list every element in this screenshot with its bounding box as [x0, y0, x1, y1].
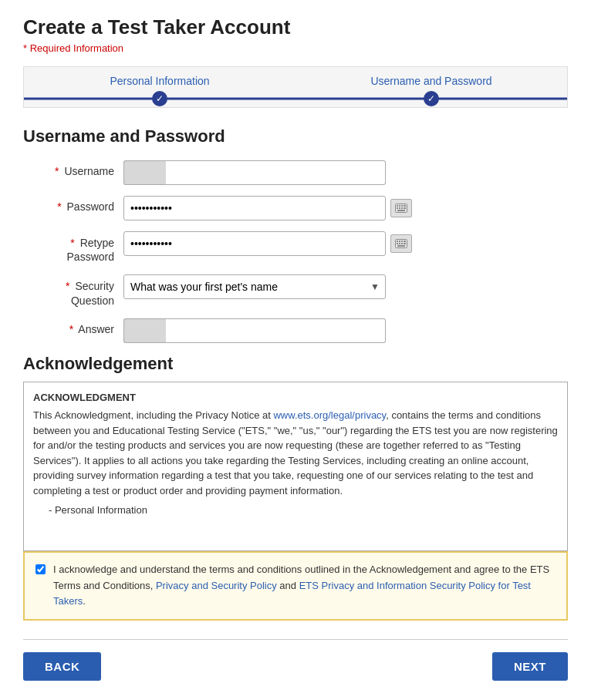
keyboard-icon-password[interactable] [390, 199, 412, 217]
page-title: Create a Test Taker Account [23, 15, 568, 39]
ack-intro-text: This Acknowledgment, including the Priva… [33, 409, 273, 421]
tab-progress-circle-2: ✓ [424, 91, 439, 106]
required-note: * Required Information [23, 42, 568, 54]
username-prefix-blur [123, 160, 166, 185]
svg-rect-11 [397, 241, 398, 242]
username-input[interactable] [166, 160, 386, 185]
tab-username-password[interactable]: Username and Password [296, 67, 567, 90]
username-label: * Username [23, 160, 123, 177]
security-question-select[interactable]: What was your first pet's name What is y… [123, 274, 386, 299]
svg-rect-13 [401, 241, 403, 242]
password-group: * Password [23, 196, 568, 220]
password-label: * Password [23, 196, 123, 213]
tab-progress-segment-1: ✓ [24, 91, 296, 106]
svg-rect-19 [397, 245, 405, 247]
ack-box-title: ACKNOWLEDGMENT [33, 390, 558, 406]
bottom-divider [23, 639, 568, 640]
required-star-security: * [66, 280, 69, 292]
svg-rect-3 [401, 205, 403, 207]
tab-username-password-link[interactable]: Username and Password [370, 75, 491, 87]
keyboard-icon-retype[interactable] [390, 234, 412, 253]
answer-prefix-blur [123, 318, 166, 343]
security-question-label: * Security Question [23, 274, 123, 307]
retype-password-label: * Retype Password [23, 231, 123, 264]
required-star-password: * [57, 200, 61, 213]
answer-group: * Answer [23, 318, 568, 343]
acknowledgement-checkbox[interactable] [35, 564, 46, 574]
svg-rect-5 [397, 207, 398, 209]
required-star-answer: * [69, 323, 73, 335]
svg-rect-2 [399, 205, 400, 207]
svg-rect-9 [397, 210, 405, 211]
svg-rect-14 [404, 241, 406, 242]
retype-password-group: * Retype Password [23, 231, 568, 264]
tab-progress-circle-1: ✓ [152, 91, 167, 106]
svg-rect-16 [399, 243, 400, 244]
tab-personal-information[interactable]: Personal Information [24, 67, 296, 90]
svg-rect-8 [404, 207, 406, 209]
svg-rect-12 [399, 241, 400, 242]
back-button[interactable]: BACK [23, 652, 101, 681]
acknowledgement-box[interactable]: ACKNOWLEDGMENT This Acknowledgment, incl… [23, 382, 568, 551]
password-control-wrapper [123, 196, 568, 220]
svg-rect-6 [399, 207, 400, 209]
acknowledgement-check-area: I acknowledge and understand the terms a… [23, 551, 568, 621]
bottom-buttons: BACK NEXT [23, 652, 568, 681]
required-star-username: * [55, 165, 59, 177]
ack-after-link: , contains the terms and conditions betw… [33, 409, 558, 496]
username-group: * Username [23, 160, 568, 185]
ack-check-text: I acknowledge and understand the terms a… [53, 562, 556, 610]
acknowledgement-title: Acknowledgement [23, 354, 568, 374]
retype-password-input[interactable] [123, 231, 386, 256]
security-question-control-wrapper: What was your first pet's name What is y… [123, 274, 568, 299]
tab-progress-segment-2: ✓ [296, 91, 567, 106]
ack-personal-info: - Personal Information [33, 503, 558, 518]
tabs-labels: Personal Information Username and Passwo… [24, 67, 567, 90]
answer-input[interactable] [166, 318, 386, 343]
svg-rect-17 [401, 243, 403, 244]
tabs-container: Personal Information Username and Passwo… [23, 66, 568, 108]
answer-label: * Answer [23, 318, 123, 335]
retype-password-control-wrapper [123, 231, 568, 256]
password-input[interactable] [123, 196, 386, 220]
ack-content: This Acknowledgment, including the Priva… [33, 408, 558, 498]
svg-rect-4 [404, 205, 406, 207]
required-star-retype: * [70, 237, 74, 249]
section-title: Username and Password [23, 126, 568, 146]
svg-rect-7 [401, 207, 403, 209]
security-question-select-wrapper: What was your first pet's name What is y… [123, 274, 386, 299]
next-button[interactable]: NEXT [492, 652, 568, 681]
answer-control-wrapper [123, 318, 568, 343]
ack-terms-link[interactable]: Privacy and Security Policy [156, 580, 277, 591]
security-question-group: * Security Question What was your first … [23, 274, 568, 307]
tabs-progress: ✓ ✓ [24, 90, 567, 107]
svg-rect-1 [397, 205, 398, 207]
svg-rect-18 [404, 243, 406, 244]
svg-rect-15 [397, 243, 398, 244]
ack-privacy-link[interactable]: www.ets.org/legal/privacy [273, 409, 386, 421]
tab-personal-information-link[interactable]: Personal Information [110, 75, 209, 87]
username-control-wrapper [123, 160, 568, 185]
form: * Username * Password [23, 160, 568, 343]
